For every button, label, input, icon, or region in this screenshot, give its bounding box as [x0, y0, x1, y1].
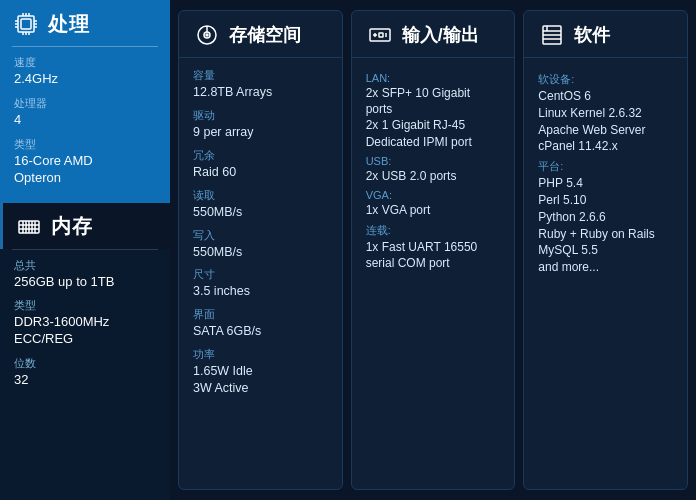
- memory-section: 内存 总共 256GB up to 1TB 类型 DDR3-1600MHz EC…: [0, 203, 170, 500]
- storage-card: 存储空间 容量 12.8TB Arrays 驱动 9 per array 冗余 …: [178, 10, 343, 490]
- io-vga-label: VGA:: [366, 189, 501, 201]
- io-usb-label: USB:: [366, 155, 501, 167]
- memory-total-value: 256GB up to 1TB: [14, 274, 156, 291]
- memory-total-label: 总共: [14, 258, 156, 273]
- memory-header: 内存: [0, 203, 170, 249]
- storage-icon: [193, 21, 221, 49]
- storage-read-value: 550MB/s: [193, 204, 328, 221]
- cpu-type-label: 类型: [14, 137, 156, 152]
- memory-type-label: 类型: [14, 298, 156, 313]
- software-icon: [538, 21, 566, 49]
- storage-read-label: 读取: [193, 188, 328, 203]
- cpu-specs: 速度 2.4GHz 处理器 4 类型 16-Core AMD Opteron: [0, 47, 170, 203]
- memory-type-value: DDR3-1600MHz ECC/REG: [14, 314, 156, 348]
- storage-size-label: 尺寸: [193, 267, 328, 282]
- sw-platform-value: PHP 5.4 Perl 5.10 Python 2.6.6 Ruby + Ru…: [538, 175, 673, 276]
- io-lan-label: LAN:: [366, 72, 501, 84]
- storage-interface-value: SATA 6GB/s: [193, 323, 328, 340]
- storage-redundancy-label: 冗余: [193, 148, 328, 163]
- memory-title: 内存: [51, 213, 93, 240]
- sw-platform-label: 平台:: [538, 159, 673, 174]
- software-body: 软设备: CentOS 6 Linux Kernel 2.6.32 Apache…: [524, 58, 687, 489]
- storage-size-value: 3.5 inches: [193, 283, 328, 300]
- io-serial-value: 1x Fast UART 16550 serial COM port: [366, 239, 501, 271]
- storage-drive-label: 驱动: [193, 108, 328, 123]
- cpu-section: 处理 速度 2.4GHz 处理器 4 类型 16-Core AMD Optero…: [0, 0, 170, 203]
- cpu-speed-label: 速度: [14, 55, 156, 70]
- memory-bits-value: 32: [14, 372, 156, 389]
- main-content: 存储空间 容量 12.8TB Arrays 驱动 9 per array 冗余 …: [170, 0, 696, 500]
- io-title: 输入/输出: [402, 23, 479, 47]
- memory-bits-label: 位数: [14, 356, 156, 371]
- sw-os-value: CentOS 6 Linux Kernel 2.6.32 Apache Web …: [538, 88, 673, 155]
- io-card: 输入/输出 LAN: 2x SFP+ 10 Gigabit ports 2x 1…: [351, 10, 516, 490]
- storage-interface-label: 界面: [193, 307, 328, 322]
- cpu-count-label: 处理器: [14, 96, 156, 111]
- storage-capacity-value: 12.8TB Arrays: [193, 84, 328, 101]
- storage-power-value: 1.65W Idle 3W Active: [193, 363, 328, 397]
- memory-specs: 总共 256GB up to 1TB 类型 DDR3-1600MHz ECC/R…: [0, 250, 170, 406]
- storage-body: 容量 12.8TB Arrays 驱动 9 per array 冗余 Raid …: [179, 58, 342, 489]
- cpu-speed-value: 2.4GHz: [14, 71, 156, 88]
- storage-write-value: 550MB/s: [193, 244, 328, 261]
- storage-write-label: 写入: [193, 228, 328, 243]
- io-serial-label: 连载:: [366, 223, 501, 238]
- memory-icon: [15, 213, 43, 241]
- io-usb-value: 2x USB 2.0 ports: [366, 168, 501, 184]
- storage-capacity-label: 容量: [193, 68, 328, 83]
- storage-title: 存储空间: [229, 23, 301, 47]
- io-header: 输入/输出: [352, 11, 515, 58]
- left-panel: 处理 速度 2.4GHz 处理器 4 类型 16-Core AMD Optero…: [0, 0, 170, 500]
- software-title: 软件: [574, 23, 610, 47]
- cpu-header: 处理: [0, 0, 170, 46]
- storage-redundancy-value: Raid 60: [193, 164, 328, 181]
- storage-header: 存储空间: [179, 11, 342, 58]
- storage-power-label: 功率: [193, 347, 328, 362]
- cpu-icon: [12, 10, 40, 38]
- svg-rect-29: [379, 33, 383, 37]
- cpu-type-value: 16-Core AMD Opteron: [14, 153, 156, 187]
- svg-rect-1: [21, 19, 31, 29]
- cpu-title: 处理: [48, 11, 90, 38]
- io-icon: [366, 21, 394, 49]
- svg-point-25: [206, 34, 208, 36]
- io-body: LAN: 2x SFP+ 10 Gigabit ports 2x 1 Gigab…: [352, 58, 515, 489]
- sw-os-label: 软设备:: [538, 72, 673, 87]
- storage-drive-value: 9 per array: [193, 124, 328, 141]
- io-lan-value: 2x SFP+ 10 Gigabit ports 2x 1 Gigabit RJ…: [366, 85, 501, 150]
- io-vga-value: 1x VGA port: [366, 202, 501, 218]
- software-header: 软件: [524, 11, 687, 58]
- cpu-count-value: 4: [14, 112, 156, 129]
- software-card: 软件 软设备: CentOS 6 Linux Kernel 2.6.32 Apa…: [523, 10, 688, 490]
